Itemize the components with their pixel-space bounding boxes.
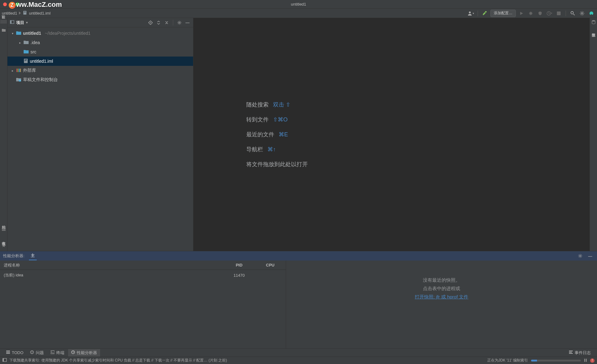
svg-rect-30 [6,352,10,353]
breadcrumb[interactable]: untitled1 untitled1.iml [2,11,51,16]
database-icon[interactable] [591,20,596,25]
tab-event-log[interactable]: 事件日志 [566,349,594,357]
tree-node-root[interactable]: ▾ untitled1 ~/IdeaProjects/untitled1 [7,29,193,38]
svg-rect-35 [51,351,54,354]
chevron-right-icon[interactable]: ▸ [18,41,22,44]
chevron-down-icon[interactable]: ▾ [11,32,14,35]
profiler-run-icon[interactable]: ▾ [546,10,553,17]
svg-rect-24 [19,69,20,72]
hint-goto-key: ⇧⌘O [273,116,288,123]
tool-tab-project[interactable]: 项目 [0,20,7,24]
status-bar: 下载预建共享索引: 使用预建的 JDK 个共享索引减少索引时间和 CPU 负载 … [0,357,597,364]
svg-rect-41 [3,358,4,362]
svg-rect-22 [16,69,17,72]
user-icon[interactable]: ▾ [467,10,474,17]
col-pid[interactable]: PID [224,263,255,267]
hammer-icon[interactable] [481,10,488,17]
folder-icon [24,40,29,45]
tree-node-libs[interactable]: ▸ 外部库 [7,66,193,75]
profiler-tab-main[interactable]: 主 [29,252,37,260]
folder-icon[interactable] [2,28,6,33]
hint-recent-label: 最近的文件 [246,131,274,138]
tab-problems[interactable]: 问题 [27,349,47,357]
tab-todo[interactable]: TODO [3,349,26,356]
locate-icon[interactable] [147,20,154,26]
file-icon [23,11,27,16]
indexing-label[interactable]: 正在为JDK '11' 编制索引 [487,358,528,363]
empty-line-1: 没有最近的快照。 [423,277,460,283]
breadcrumb-root[interactable]: untitled1 [2,11,17,16]
tree-label: untitled1.iml [30,59,53,64]
hint-search-key: 双击 ⇧ [273,101,290,108]
table-row[interactable]: (当前) idea 11470 [0,270,286,280]
cell-process-name: (当前) idea [0,272,224,278]
expand-all-icon[interactable] [155,20,162,26]
coverage-icon[interactable] [536,10,544,17]
close-window-button[interactable] [3,2,7,6]
progress-bar[interactable] [531,360,581,362]
search-icon[interactable] [569,10,576,17]
tree-node-iml[interactable]: untitled1.iml [7,57,193,66]
project-tree[interactable]: ▾ untitled1 ~/IdeaProjects/untitled1 ▸ .… [7,27,193,251]
svg-rect-19 [25,59,27,60]
tree-label: 草稿文件和控制台 [23,77,58,83]
svg-rect-4 [485,11,487,12]
chevron-down-icon[interactable]: ▾ [26,21,28,24]
tree-label: src [30,49,36,54]
gear-icon[interactable] [176,20,183,26]
list-icon [6,350,10,355]
debug-icon[interactable] [527,10,535,17]
svg-rect-34 [32,353,32,353]
tab-profiler[interactable]: 性能分析器 [68,349,100,357]
maximize-window-button[interactable] [16,2,19,6]
gear-icon[interactable] [576,252,584,260]
tool-windows-icon[interactable] [2,358,7,363]
collapse-all-icon[interactable] [164,20,170,26]
add-configuration-button[interactable]: 添加配置… [490,10,516,17]
tool-tab-favorites[interactable]: 收藏夹 [0,237,7,241]
tab-terminal[interactable]: 终端 [48,349,67,357]
svg-rect-10 [2,228,6,228]
col-cpu[interactable]: CPU [255,263,286,267]
profiler-empty-state: 没有最近的快照。 点击表中的进程或 打开快照: jfr 或 hprof 文件 [286,261,597,348]
separator [566,11,566,16]
svg-rect-14 [10,20,12,24]
space-icon[interactable] [588,10,595,17]
hide-icon[interactable]: — [184,20,191,26]
project-pane-title[interactable]: 项目 [16,20,24,25]
svg-rect-29 [6,351,10,351]
hint-recent-key: ⌘E [279,131,288,138]
minimize-window-button[interactable] [9,2,13,6]
svg-rect-33 [32,351,32,353]
svg-rect-23 [18,69,19,72]
structure-icon [2,227,6,232]
svg-rect-0 [23,11,26,15]
status-message[interactable]: 下载预建共享索引: 使用预建的 JDK 个共享索引减少索引时间和 CPU 负载 … [9,358,227,363]
tree-node-src[interactable]: src [7,47,193,57]
hide-icon[interactable]: — [586,252,594,260]
left-gutter: 项目 结构 收藏夹 [0,18,7,251]
run-icon[interactable] [518,10,525,17]
scratches-icon [16,77,21,83]
error-indicator-icon[interactable]: ! [590,358,595,363]
chevron-right-icon[interactable]: ▸ [11,69,14,72]
svg-rect-39 [569,353,573,354]
pause-icon[interactable] [584,358,587,363]
svg-rect-43 [586,359,587,362]
navigation-bar: untitled1 untitled1.iml ▾ 添加配置… ▾ [0,9,597,18]
col-process-name[interactable]: 进程名称 [0,262,224,268]
tool-tab-database[interactable]: 数据库 [590,28,597,32]
stop-icon[interactable] [555,10,562,17]
project-tool-window: 项目 ▾ — ▾ untitled1 ~/IdeaProjects/ [7,18,193,251]
tool-tab-structure[interactable]: 结构 [0,221,7,224]
svg-rect-12 [2,230,6,231]
hint-drop-label: 将文件拖放到此处以打开 [246,161,308,168]
tree-node-idea[interactable]: ▸ .idea [7,38,193,47]
tree-node-scratches[interactable]: 草稿文件和控制台 [7,75,193,84]
svg-point-8 [571,11,573,14]
open-snapshot-link[interactable]: 打开快照: jfr 或 hprof 文件 [415,294,469,300]
breadcrumb-file[interactable]: untitled1.iml [29,11,50,16]
profiler-process-table[interactable]: 进程名称 PID CPU (当前) idea 11470 [0,261,286,348]
svg-point-16 [150,22,151,23]
gear-icon[interactable] [578,10,586,17]
